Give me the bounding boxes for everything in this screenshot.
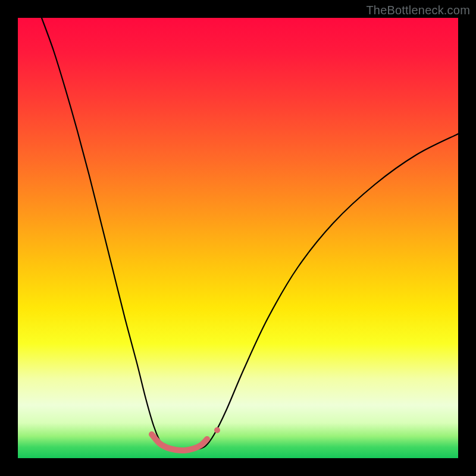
chart-stage: TheBottleneck.com — [0, 0, 476, 476]
plot-area — [18, 18, 458, 458]
bottleneck-curve — [42, 18, 458, 450]
trough-highlight — [152, 434, 207, 450]
curve-svg — [18, 18, 458, 458]
watermark-text: TheBottleneck.com — [366, 4, 470, 17]
trough-end-dot — [214, 427, 220, 433]
